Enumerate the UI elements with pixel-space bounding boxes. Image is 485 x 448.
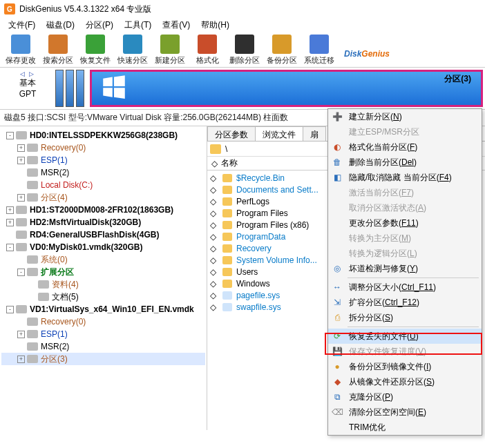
check[interactable]: ◇ <box>210 255 218 265</box>
tab[interactable]: 扇 <box>303 126 326 141</box>
toolbar-button[interactable]: 删除分区 <box>227 35 263 66</box>
tree-partition[interactable]: +ESP(1) <box>1 328 205 340</box>
context-menu-item[interactable]: ◆从镜像文件还原分区(S) <box>328 374 482 389</box>
toolbar-button[interactable]: 恢复文件 <box>77 35 113 66</box>
context-menu-item[interactable]: ◧隐藏/取消隐藏 当前分区(F4) <box>328 170 482 185</box>
folder-icon <box>222 174 232 182</box>
toolbar-button[interactable]: 系统迁移 <box>301 35 337 66</box>
context-menu-item[interactable]: 更改分区参数(F11) <box>328 215 482 231</box>
context-menu-item[interactable]: ●备份分区到镜像文件(I) <box>328 359 482 374</box>
toolbar: 保存更改搜索分区恢复文件快速分区新建分区格式化删除分区备份分区系统迁移DiskG… <box>0 33 485 68</box>
check[interactable]: ◇ <box>210 291 218 300</box>
tab[interactable]: 浏览文件 <box>255 126 303 141</box>
tree-disk[interactable]: +HD2:MsftVirtualDisk(320GB) <box>1 216 205 228</box>
menu-icon <box>331 202 343 213</box>
tree-disk[interactable]: -HD0:INTELSSDPEKKW256G8(238GB) <box>1 129 205 142</box>
drive-icon <box>27 268 38 276</box>
tree-partition[interactable]: 系统(0) <box>1 253 205 266</box>
tree-disk[interactable]: +HD1:ST2000DM008-2FR102(1863GB) <box>1 204 205 216</box>
context-menu-item[interactable]: ⎙拆分分区(S) <box>328 310 482 325</box>
tree-partition[interactable]: Recovery(0) <box>1 315 205 328</box>
expand-icon[interactable]: + <box>17 331 25 338</box>
toolbar-button[interactable]: 快速分区 <box>115 35 151 66</box>
tree-partition[interactable]: +Recovery(0) <box>1 142 205 154</box>
toolbar-icon <box>198 35 217 54</box>
expand-icon[interactable]: + <box>17 157 25 164</box>
menu-item[interactable]: 工具(T) <box>119 18 157 33</box>
context-menu-item[interactable]: ⧉克隆分区(P) <box>328 389 482 405</box>
context-menu-item[interactable]: TRIM优化 <box>328 420 482 435</box>
menu-icon: 🗑 <box>331 157 343 168</box>
toolbar-button[interactable]: 格式化 <box>189 35 225 66</box>
disk-tree: -HD0:INTELSSDPEKKW256G8(238GB)+Recovery(… <box>0 126 207 430</box>
check[interactable]: ◇ <box>210 279 218 289</box>
check[interactable]: ◇ <box>210 220 218 230</box>
tree-partition[interactable]: -扩展分区 <box>1 266 205 278</box>
windows-icon <box>102 75 126 99</box>
menu-item[interactable]: 文件(F) <box>3 18 41 33</box>
disk-bars <box>55 68 90 109</box>
check[interactable]: ◇ <box>210 185 218 195</box>
toolbar-icon <box>235 35 254 54</box>
context-menu-item[interactable]: ➕建立新分区(N) <box>328 109 482 124</box>
check[interactable]: ◇ <box>210 197 218 206</box>
tree-partition[interactable]: Local Disk(C:) <box>1 179 205 191</box>
check[interactable]: ◇ <box>210 244 218 253</box>
nav-arrows[interactable]: ◁ ▷ <box>0 70 55 77</box>
drive-icon <box>38 293 49 301</box>
expand-icon[interactable]: - <box>6 132 14 139</box>
expand-icon[interactable]: + <box>6 219 14 226</box>
column-name[interactable]: 名称 <box>217 157 242 169</box>
context-menu-item[interactable]: ⟳恢复丢失的文件(U) <box>328 329 482 344</box>
toolbar-button[interactable]: 新建分区 <box>152 35 188 66</box>
check[interactable]: ◇ <box>210 208 218 218</box>
tree-partition[interactable]: MSR(2) <box>1 340 205 353</box>
expand-icon[interactable]: + <box>17 356 25 363</box>
menu-icon: ⧉ <box>331 391 343 402</box>
drive-icon <box>27 181 38 189</box>
menu-item[interactable]: 查看(V) <box>157 18 196 33</box>
toolbar-button[interactable]: 搜索分区 <box>40 35 76 66</box>
tree-disk[interactable]: -VD0:MyDisk01.vmdk(320GB) <box>1 241 205 253</box>
context-menu-item[interactable]: ◐格式化当前分区(F) <box>328 139 482 155</box>
tree-partition[interactable]: MSR(2) <box>1 166 205 179</box>
context-menu-item: 💾保存文件恢复进度(V) <box>328 344 482 359</box>
expand-icon[interactable]: - <box>6 244 14 251</box>
tree-disk[interactable]: -VD1:VirtualSys_x64_Win10_EFI_EN.vmdk <box>1 303 205 315</box>
toolbar-button[interactable]: 保存更改 <box>3 35 39 66</box>
tree-partition[interactable]: +ESP(1) <box>1 154 205 166</box>
check[interactable]: ◇ <box>210 302 218 312</box>
tab[interactable]: 分区参数 <box>207 126 256 141</box>
context-menu-item[interactable]: ↔调整分区大小(Ctrl_F11) <box>328 280 482 295</box>
tree-partition[interactable]: +分区(4) <box>1 191 205 204</box>
expand-icon[interactable]: + <box>17 144 25 152</box>
menu-item[interactable]: 帮助(H) <box>196 18 235 33</box>
check[interactable]: ◇ <box>210 267 218 277</box>
tree-partition[interactable]: +分区(3) <box>1 353 205 365</box>
drive-icon <box>27 318 38 326</box>
context-menu-item[interactable]: ⌫清除分区空闲空间(E) <box>328 405 482 420</box>
tree-disk[interactable]: RD4:GeneralUSBFlashDisk(4GB) <box>1 228 205 241</box>
menu-item[interactable]: 分区(P) <box>80 18 119 33</box>
folder-icon <box>222 186 232 194</box>
expand-icon[interactable]: - <box>6 306 14 313</box>
drive-icon <box>16 231 27 239</box>
menu-item[interactable]: 磁盘(D) <box>41 18 80 33</box>
toolbar-button[interactable]: 备份分区 <box>264 35 300 66</box>
context-menu-item: 转换为主分区(M) <box>328 231 482 246</box>
check[interactable]: ◇ <box>210 173 218 183</box>
folder-icon <box>222 209 232 217</box>
partition-band[interactable]: 分区(3) <box>90 70 483 107</box>
check[interactable]: ◇ <box>210 232 218 242</box>
check-icon[interactable]: ◇ <box>207 159 217 168</box>
tree-partition[interactable]: 文档(5) <box>1 291 205 303</box>
menu-icon <box>331 422 343 433</box>
context-menu-item[interactable]: ◎坏道检测与修复(Y) <box>328 261 482 276</box>
window-title: DiskGenius V5.4.3.1322 x64 专业版 <box>19 3 151 15</box>
expand-icon[interactable]: + <box>6 206 14 214</box>
context-menu-item[interactable]: ⇲扩容分区(Ctrl_F12) <box>328 295 482 310</box>
expand-icon[interactable]: + <box>17 194 25 202</box>
context-menu-item[interactable]: 🗑删除当前分区(Del) <box>328 155 482 170</box>
expand-icon[interactable]: - <box>17 269 25 276</box>
tree-partition[interactable]: 资料(4) <box>1 278 205 291</box>
